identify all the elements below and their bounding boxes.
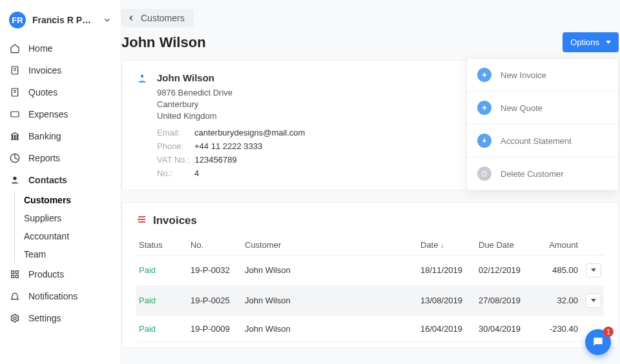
sort-desc-icon: ↓ bbox=[440, 241, 444, 249]
sidebar-item-label: Expenses bbox=[28, 109, 68, 119]
invoices-list-icon bbox=[136, 214, 147, 227]
customer-address: 9876 Benedict Drive Canterbury United Ki… bbox=[157, 87, 305, 123]
subnav-item-suppliers[interactable]: Suppliers bbox=[15, 209, 121, 227]
opt-label: New Invoice bbox=[501, 70, 546, 80]
breadcrumb-back[interactable]: Customers bbox=[121, 9, 194, 27]
contacts-icon bbox=[9, 175, 21, 185]
customer-phone: +44 11 2222 3333 bbox=[194, 141, 262, 151]
invoice-icon bbox=[9, 65, 21, 76]
svg-rect-13 bbox=[16, 271, 18, 274]
subnav-item-customers[interactable]: Customers bbox=[15, 191, 121, 209]
svg-rect-7 bbox=[12, 136, 12, 139]
person-icon bbox=[136, 72, 148, 178]
cell-no: 19-P-0025 bbox=[188, 285, 242, 316]
caret-down-icon bbox=[606, 41, 611, 44]
subnav-item-accountant[interactable]: Accountant bbox=[15, 227, 121, 245]
sidebar-item-label: Quotes bbox=[28, 87, 57, 97]
bell-icon bbox=[9, 291, 21, 301]
col-no[interactable]: No. bbox=[188, 235, 242, 256]
cell-customer: John Wilson bbox=[242, 255, 418, 285]
sidebar: FR Francis R Publi... Home Invoices Quot… bbox=[0, 0, 121, 364]
col-customer[interactable]: Customer bbox=[242, 235, 418, 256]
chat-bubble[interactable]: 1 bbox=[585, 329, 611, 355]
address-line: Canterbury bbox=[157, 99, 305, 110]
report-icon bbox=[9, 153, 21, 163]
address-line: United Kingdom bbox=[157, 110, 305, 122]
chat-badge: 1 bbox=[603, 327, 614, 337]
customer-email: canterburydesigns@mail.com bbox=[194, 128, 305, 137]
sidebar-item-settings[interactable]: Settings bbox=[0, 307, 121, 329]
opt-new-quote[interactable]: New Quote bbox=[467, 91, 618, 124]
cell-no: 19-P-0032 bbox=[188, 255, 242, 285]
invoices-title: Invoices bbox=[153, 214, 197, 227]
svg-point-17 bbox=[141, 75, 144, 78]
opt-account-statement[interactable]: Account Statement bbox=[467, 124, 618, 157]
options-button[interactable]: Options bbox=[563, 32, 619, 52]
sidebar-item-expenses[interactable]: Expenses bbox=[0, 103, 121, 125]
subnav-item-team[interactable]: Team bbox=[15, 245, 121, 263]
table-row[interactable]: Paid 19-P-0025 John Wilson 13/08/2019 27… bbox=[136, 285, 604, 316]
email-label: Email: bbox=[157, 128, 189, 137]
cell-date: 18/11/2019 bbox=[418, 255, 476, 285]
sidebar-item-label: Products bbox=[28, 269, 64, 279]
address-line: 9876 Benedict Drive bbox=[157, 87, 305, 99]
sidebar-item-products[interactable]: Products bbox=[0, 263, 121, 285]
table-row[interactable]: Paid 19-P-0009 John Wilson 16/04/2019 30… bbox=[136, 316, 604, 341]
cell-date: 13/08/2019 bbox=[418, 285, 476, 316]
sidebar-item-label: Banking bbox=[28, 131, 61, 141]
cell-status: Paid bbox=[136, 285, 188, 316]
sidebar-item-contacts[interactable]: Contacts bbox=[0, 169, 121, 191]
subnav-label: Accountant bbox=[24, 231, 69, 241]
cell-no: 19-P-0009 bbox=[188, 316, 242, 341]
svg-rect-6 bbox=[11, 112, 19, 117]
sidebar-item-banking[interactable]: Banking bbox=[0, 125, 121, 147]
svg-rect-14 bbox=[12, 275, 14, 278]
sidebar-item-notifications[interactable]: Notifications bbox=[0, 285, 121, 307]
org-switcher[interactable]: FR Francis R Publi... bbox=[0, 5, 121, 37]
org-logo: FR bbox=[9, 12, 26, 28]
caret-down-icon bbox=[591, 299, 596, 302]
chevron-left-icon bbox=[127, 14, 136, 23]
phone-label: Phone: bbox=[157, 141, 189, 151]
page-header: John Wilson Options bbox=[121, 32, 620, 60]
sidebar-item-label: Home bbox=[28, 43, 52, 54]
col-status[interactable]: Status bbox=[136, 235, 188, 256]
invoices-table: Status No. Customer Date ↓ Due Date Amou… bbox=[136, 235, 604, 342]
svg-rect-12 bbox=[12, 271, 14, 274]
subnav-label: Customers bbox=[24, 195, 71, 205]
download-icon bbox=[477, 134, 491, 148]
plus-icon bbox=[477, 68, 491, 82]
sidebar-item-invoices[interactable]: Invoices bbox=[0, 59, 121, 81]
plus-icon bbox=[477, 101, 491, 115]
svg-rect-15 bbox=[16, 275, 18, 278]
trash-icon bbox=[477, 167, 491, 181]
quote-icon bbox=[9, 87, 21, 97]
sidebar-item-label: Reports bbox=[28, 153, 60, 163]
sidebar-item-reports[interactable]: Reports bbox=[0, 147, 121, 169]
subnav-label: Team bbox=[24, 249, 46, 259]
row-action-menu[interactable] bbox=[586, 263, 601, 278]
opt-label: Account Statement bbox=[501, 136, 572, 146]
cell-date: 16/04/2019 bbox=[418, 316, 476, 341]
col-date[interactable]: Date ↓ bbox=[418, 235, 476, 256]
row-action-menu[interactable] bbox=[586, 294, 601, 308]
home-icon bbox=[9, 43, 21, 54]
sidebar-item-label: Invoices bbox=[28, 65, 61, 76]
sidebar-item-label: Notifications bbox=[28, 291, 78, 301]
opt-delete-customer[interactable]: Delete Customer bbox=[467, 157, 618, 190]
cell-amount: -230.40 bbox=[538, 316, 581, 341]
vat-label: VAT No.: bbox=[157, 155, 190, 165]
svg-rect-8 bbox=[14, 136, 15, 139]
sidebar-item-label: Contacts bbox=[28, 175, 67, 185]
table-row[interactable]: Paid 19-P-0032 John Wilson 18/11/2019 02… bbox=[136, 255, 604, 285]
sidebar-item-home[interactable]: Home bbox=[0, 37, 121, 59]
breadcrumb: Customers bbox=[121, 9, 620, 27]
number-label: No.: bbox=[157, 168, 189, 178]
svg-rect-9 bbox=[17, 136, 17, 139]
chevron-down-icon bbox=[103, 15, 112, 25]
bank-icon bbox=[9, 131, 21, 141]
opt-new-invoice[interactable]: New Invoice bbox=[467, 59, 618, 91]
col-due[interactable]: Due Date bbox=[476, 235, 538, 256]
sidebar-item-quotes[interactable]: Quotes bbox=[0, 81, 121, 103]
col-amount[interactable]: Amount bbox=[538, 235, 581, 256]
